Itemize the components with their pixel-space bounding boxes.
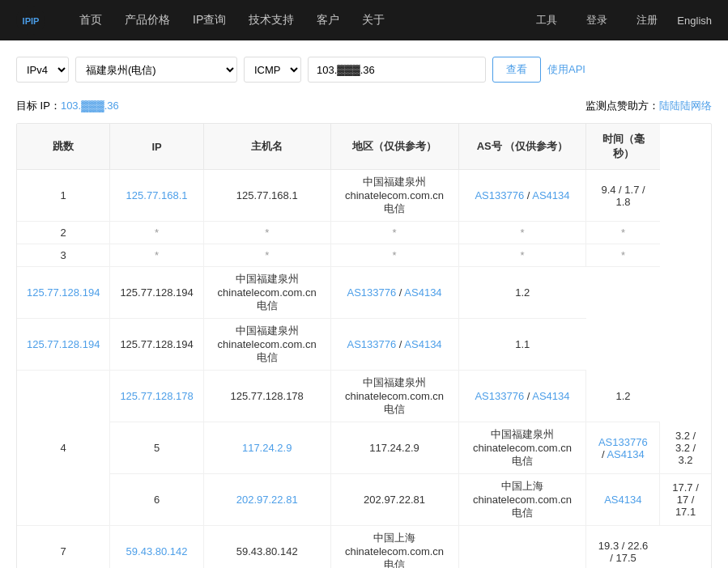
cell-ip: * [110, 244, 203, 267]
cell-as[interactable]: AS133776 / AS4134 [458, 371, 586, 422]
cell-ip[interactable]: 125.77.128.194 [17, 319, 110, 371]
col-hostname: 主机名 [203, 124, 330, 170]
cell-hop: 3 [17, 244, 110, 267]
location-select[interactable]: 福建泉州(电信) [75, 57, 237, 83]
cell-time: 19.3 / 22.6 / 17.5 [586, 526, 660, 569]
cell-region: 中国上海 chinatelecom.com.cn 电信 [458, 474, 586, 526]
cell-time: * [586, 222, 660, 244]
protocol-select[interactable]: ICMP TCP [244, 57, 301, 83]
nav-ip-query[interactable]: IP查询 [183, 6, 236, 34]
table-row: 5117.24.2.9117.24.2.9中国福建泉州 chinatelecom… [17, 422, 711, 474]
nav-support[interactable]: 技术支持 [239, 6, 304, 34]
col-as: AS号 （仅供参考） [458, 124, 586, 170]
search-bar: IPv4 IPv6 福建泉州(电信) ICMP TCP 查看 使用API [16, 57, 712, 83]
cell-as: * [458, 244, 586, 267]
cell-ip[interactable]: 59.43.80.142 [110, 526, 203, 569]
logo: IPIP [16, 6, 45, 35]
api-button[interactable]: 使用API [547, 62, 585, 77]
ip-input[interactable] [308, 57, 486, 83]
cell-region: 中国福建泉州 chinatelecom.com.cn 电信 [203, 319, 330, 371]
cell-ip[interactable]: 117.24.2.9 [203, 422, 330, 474]
cell-hop: 4 [17, 371, 110, 526]
cell-ip[interactable]: 202.97.22.81 [203, 474, 330, 526]
target-ip-label: 目标 IP：103.▓▓▓.36 [16, 99, 119, 113]
nav-tools[interactable]: 工具 [526, 6, 567, 34]
lang-switcher[interactable]: English [677, 15, 712, 27]
target-ip-value[interactable]: 103.▓▓▓.36 [61, 100, 119, 112]
cell-as [458, 526, 586, 569]
col-hop: 跳数 [17, 124, 110, 170]
cell-hop: 6 [110, 474, 203, 526]
cell-hostname: 125.77.168.1 [203, 170, 330, 222]
col-region: 地区（仅供参考） [330, 124, 458, 170]
logo-icon: IPIP [16, 6, 45, 35]
cell-region: 中国福建泉州 chinatelecom.com.cn 电信 [203, 267, 330, 319]
cell-as[interactable]: AS133776 / AS4134 [330, 267, 458, 319]
traceroute-table: 跳数 IP 主机名 地区（仅供参考） AS号 （仅供参考） 时间（毫秒） 112… [16, 123, 712, 568]
cell-time: 9.4 / 1.7 / 1.8 [586, 170, 660, 222]
cell-as[interactable]: AS133776 / AS4134 [586, 422, 660, 474]
cell-time: 1.2 [458, 267, 586, 319]
table-row: 125.77.128.194125.77.128.194中国福建泉州 china… [17, 319, 711, 371]
main-nav: 首页 产品价格 IP查询 技术支持 客户 关于 [70, 6, 394, 34]
cell-ip: * [110, 222, 203, 244]
table-row: 125.77.128.194125.77.128.194中国福建泉州 china… [17, 267, 711, 319]
cell-region: 中国福建泉州 chinatelecom.com.cn 电信 [458, 422, 586, 474]
cell-region: 中国福建泉州 chinatelecom.com.cn 电信 [330, 371, 458, 422]
cell-hostname: 202.97.22.81 [330, 474, 458, 526]
monitor-name[interactable]: 陆陆陆网络 [659, 100, 712, 112]
col-time: 时间（毫秒） [586, 124, 660, 170]
query-button[interactable]: 查看 [492, 57, 541, 83]
cell-time: * [586, 244, 660, 267]
cell-ip[interactable]: 125.77.168.1 [110, 170, 203, 222]
table-row: 4125.77.128.178125.77.128.178中国福建泉州 chin… [17, 371, 711, 422]
cell-as: * [458, 222, 586, 244]
cell-as[interactable]: AS133776 / AS4134 [330, 319, 458, 371]
cell-hop: 7 [17, 526, 110, 569]
cell-hostname: * [203, 244, 330, 267]
cell-hostname: 125.77.128.178 [203, 371, 330, 422]
cell-hostname: 117.24.2.9 [330, 422, 458, 474]
cell-hop: 5 [110, 422, 203, 474]
col-ip: IP [110, 124, 203, 170]
cell-region: * [330, 222, 458, 244]
cell-hostname: 59.43.80.142 [203, 526, 330, 569]
cell-time: 1.1 [458, 319, 586, 371]
cell-as[interactable]: AS133776 / AS4134 [458, 170, 586, 222]
cell-region: 中国上海 chinatelecom.com.cn 电信 [330, 526, 458, 569]
cell-region: * [330, 244, 458, 267]
nav-about[interactable]: 关于 [352, 6, 394, 34]
table-row: 759.43.80.14259.43.80.142中国上海 chinatelec… [17, 526, 711, 569]
table-row: 6202.97.22.81202.97.22.81中国上海 chinatelec… [17, 474, 711, 526]
table-row: 2***** [17, 222, 711, 244]
cell-ip[interactable]: 125.77.128.194 [17, 267, 110, 319]
cell-region: 中国福建泉州 chinatelecom.com.cn 电信 [330, 170, 458, 222]
header-right: 工具 登录 注册 English [526, 6, 712, 34]
main-content: IPv4 IPv6 福建泉州(电信) ICMP TCP 查看 使用API 目标 … [0, 40, 728, 568]
svg-text:IPIP: IPIP [23, 16, 40, 26]
header: IPIP 首页 产品价格 IP查询 技术支持 客户 关于 工具 登录 注册 En… [0, 0, 728, 40]
table-row: 1125.77.168.1125.77.168.1中国福建泉州 chinatel… [17, 170, 711, 222]
cell-hop: 1 [17, 170, 110, 222]
cell-hop: 2 [17, 222, 110, 244]
table-header-row: 跳数 IP 主机名 地区（仅供参考） AS号 （仅供参考） 时间（毫秒） [17, 124, 711, 170]
cell-hostname: 125.77.128.194 [110, 319, 203, 371]
cell-time: 3.2 / 3.2 / 3.2 [660, 422, 711, 474]
cell-time: 17.7 / 17 / 17.1 [660, 474, 711, 526]
nav-login[interactable]: 登录 [577, 6, 617, 34]
cell-as[interactable]: AS4134 [586, 474, 660, 526]
target-info: 目标 IP：103.▓▓▓.36 监测点赞助方：陆陆陆网络 [16, 99, 712, 113]
cell-hostname: * [203, 222, 330, 244]
cell-time: 1.2 [586, 371, 660, 422]
nav-register[interactable]: 注册 [627, 6, 667, 34]
cell-ip[interactable]: 125.77.128.178 [110, 371, 203, 422]
monitor-info: 监测点赞助方：陆陆陆网络 [585, 99, 712, 113]
ip-version-select[interactable]: IPv4 IPv6 [16, 57, 69, 83]
nav-customers[interactable]: 客户 [307, 6, 349, 34]
nav-home[interactable]: 首页 [70, 6, 112, 34]
cell-hostname: 125.77.128.194 [110, 267, 203, 319]
nav-pricing[interactable]: 产品价格 [115, 6, 180, 34]
table-row: 3***** [17, 244, 711, 267]
